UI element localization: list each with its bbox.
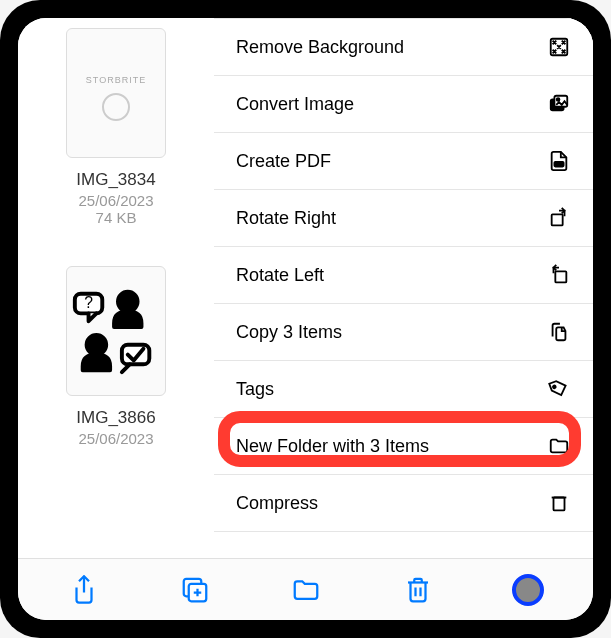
menu-remove-background[interactable]: Remove Background (214, 18, 593, 76)
file-item[interactable]: ? IMG_3866 25/06/2023 (18, 266, 214, 447)
svg-point-12 (553, 385, 557, 389)
svg-text:?: ? (84, 294, 93, 311)
move-button[interactable] (289, 573, 323, 607)
tag-icon (547, 377, 571, 401)
thumb-brand-label: STORBRITE (86, 75, 146, 85)
menu-label: Compress (236, 493, 318, 514)
menu-label: Copy 3 Items (236, 322, 342, 343)
file-grid: STORBRITE IMG_3834 25/06/2023 74 KB (18, 18, 214, 558)
rotate-right-icon (547, 206, 571, 230)
file-thumbnail: ? (66, 266, 166, 396)
file-size: 74 KB (96, 209, 137, 226)
svg-point-0 (118, 292, 138, 312)
pdf-icon (547, 149, 571, 173)
menu-label: Rotate Left (236, 265, 324, 286)
file-name: IMG_3866 (76, 408, 155, 428)
menu-rotate-right[interactable]: Rotate Right (214, 190, 593, 247)
file-name: IMG_3834 (76, 170, 155, 190)
share-icon (69, 575, 99, 605)
trash-icon (403, 575, 433, 605)
qr-people-icon: ? (67, 267, 165, 395)
menu-label: Convert Image (236, 94, 354, 115)
copy-icon (547, 320, 571, 344)
rotate-left-icon (547, 263, 571, 287)
menu-label: Tags (236, 379, 274, 400)
menu-copy-items[interactable]: Copy 3 Items (214, 304, 593, 361)
file-item[interactable]: STORBRITE IMG_3834 25/06/2023 74 KB (18, 28, 214, 226)
convert-image-icon (547, 92, 571, 116)
menu-label: Create PDF (236, 151, 331, 172)
svg-rect-9 (554, 162, 563, 167)
svg-point-8 (557, 98, 560, 101)
svg-rect-13 (554, 498, 565, 511)
duplicate-button[interactable] (178, 573, 212, 607)
menu-label: New Folder with 3 Items (236, 436, 429, 457)
menu-convert-image[interactable]: Convert Image (214, 76, 593, 133)
menu-tags[interactable]: Tags (214, 361, 593, 418)
more-button[interactable] (512, 574, 544, 606)
menu-label: Rotate Right (236, 208, 336, 229)
file-thumbnail: STORBRITE (66, 28, 166, 158)
menu-label: Remove Background (236, 37, 404, 58)
thumb-placeholder-circle (102, 93, 130, 121)
compress-icon (547, 491, 571, 515)
menu-new-folder-with-items[interactable]: New Folder with 3 Items (214, 418, 593, 475)
duplicate-icon (180, 575, 210, 605)
file-date: 25/06/2023 (78, 192, 153, 209)
menu-create-pdf[interactable]: Create PDF (214, 133, 593, 190)
delete-button[interactable] (401, 573, 435, 607)
file-date: 25/06/2023 (78, 430, 153, 447)
new-folder-icon (547, 434, 571, 458)
context-menu: Remove Background Convert Image (214, 18, 593, 558)
remove-background-icon (547, 35, 571, 59)
svg-rect-10 (552, 214, 563, 225)
share-button[interactable] (67, 573, 101, 607)
menu-rotate-left[interactable]: Rotate Left (214, 247, 593, 304)
menu-compress[interactable]: Compress (214, 475, 593, 532)
folder-icon (291, 575, 321, 605)
svg-rect-11 (555, 271, 566, 282)
bottom-toolbar (18, 558, 593, 620)
svg-point-3 (87, 335, 107, 355)
